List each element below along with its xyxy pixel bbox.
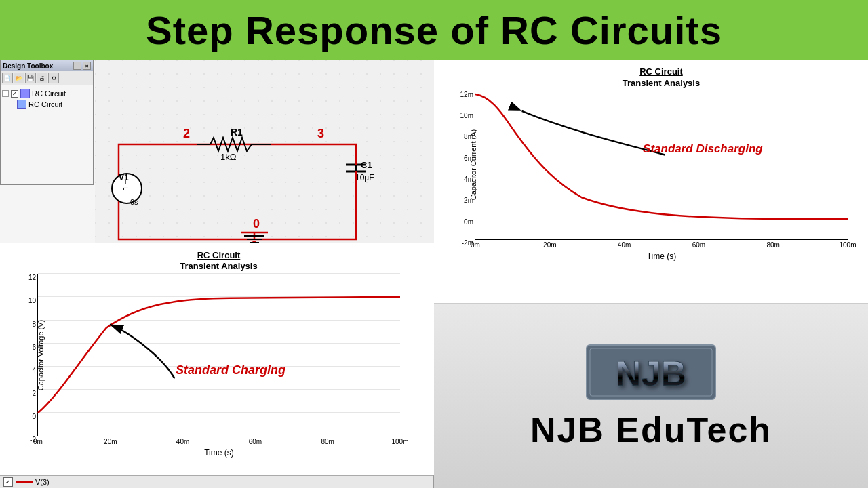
main-content: Design Toolbox _ × 📄 📂 💾 🖨 ⚙ -: [0, 60, 868, 488]
y-tick-0: 0: [32, 413, 38, 420]
dy-tick-8m: 8m: [464, 133, 475, 140]
tree-expand-icon[interactable]: -: [2, 90, 9, 97]
discharging-annotation: Standard Discharging: [643, 142, 763, 156]
svg-text:R1: R1: [231, 127, 243, 138]
tree-root-item[interactable]: - ✓ RC Circuit: [2, 88, 92, 99]
v3-color-line: [16, 481, 33, 483]
tree-folder-icon: [20, 89, 30, 98]
dx-tick-0m: 0m: [471, 239, 480, 249]
charging-graph: RC Circuit Transient Analysis Capacitor …: [0, 243, 434, 475]
dy-tick-0m: 0m: [464, 218, 475, 225]
new-icon[interactable]: 📄: [2, 73, 13, 83]
v3-checkbox[interactable]: ✓: [3, 477, 13, 487]
discharging-graph-title: RC Circuit Transient Analysis: [475, 66, 848, 89]
left-panel: Design Toolbox _ × 📄 📂 💾 🖨 ⚙ -: [0, 60, 434, 488]
main-title: Step Response of RC Circuits: [146, 7, 722, 53]
x-tick-0m: 0m: [33, 436, 43, 445]
dx-tick-40m: 40m: [618, 239, 631, 249]
close-button[interactable]: ×: [83, 62, 91, 70]
x-tick-20m: 20m: [104, 436, 117, 445]
tree-child-item[interactable]: RC Circuit: [17, 99, 92, 110]
charging-x-axis-label: Time (s): [204, 448, 234, 458]
svg-rect-1: [95, 60, 434, 249]
page-header: Step Response of RC Circuits: [0, 0, 868, 60]
toolbox-title: Design Toolbox: [3, 62, 53, 70]
discharging-graph-area: Capacitor Current (A) 12m 10m 8m 6m 4m 2…: [475, 91, 848, 240]
dy-tick-4m: 4m: [464, 175, 475, 182]
discharging-x-axis-label: Time (s): [647, 251, 677, 261]
settings-icon[interactable]: ⚙: [48, 73, 59, 83]
svg-text:2: 2: [183, 127, 190, 140]
dy-tick-10m: 10m: [460, 112, 475, 119]
toolbox-tree: - ✓ RC Circuit RC Circuit: [1, 85, 93, 113]
y-tick-8: 8: [32, 320, 38, 327]
tree-root-label: RC Circuit: [32, 89, 66, 98]
dy-tick-6m: 6m: [464, 154, 475, 161]
print-icon[interactable]: 🖨: [37, 73, 47, 83]
open-icon[interactable]: 📂: [14, 73, 24, 83]
x-tick-40m: 40m: [176, 436, 189, 445]
toolbox-titlebar: Design Toolbox _ ×: [1, 60, 93, 71]
svg-text:+: +: [123, 178, 127, 186]
x-tick-100m: 100m: [391, 436, 408, 445]
dy-tick-2m: 2m: [464, 197, 475, 204]
titlebar-buttons: _ ×: [73, 62, 91, 70]
save-icon[interactable]: 💾: [25, 73, 36, 83]
dx-tick-20m: 20m: [543, 239, 556, 249]
toolbox-toolbar: 📄 📂 💾 🖨 ⚙: [1, 71, 93, 85]
tree-child-icon: [17, 100, 26, 109]
dy-tick-12m: 12m: [460, 90, 475, 98]
discharging-graph: RC Circuit Transient Analysis Capacitor …: [434, 60, 868, 304]
x-tick-80m: 80m: [321, 436, 334, 445]
njb-panel: NJB NJB EduTech: [434, 304, 868, 488]
v3-label: V(3): [35, 478, 50, 486]
x-tick-60m: 60m: [249, 436, 262, 445]
tree-child-label: RC Circuit: [28, 100, 62, 108]
dx-tick-80m: 80m: [766, 239, 779, 249]
y-tick-12: 12: [28, 274, 38, 281]
minimize-button[interactable]: _: [73, 62, 81, 70]
svg-text:0: 0: [253, 217, 260, 230]
y-tick-10: 10: [28, 297, 38, 304]
svg-text:3: 3: [317, 127, 324, 140]
bottom-bar: ✓ V(3): [0, 475, 433, 488]
njb-logo: NJB: [583, 342, 719, 403]
charging-annotation: Standard Charging: [176, 363, 285, 378]
schematic-area: Design Toolbox _ × 📄 📂 💾 🖨 ⚙ -: [0, 60, 434, 243]
svg-text:NJB: NJB: [616, 354, 686, 393]
charging-graph-title: RC Circuit Transient Analysis: [37, 250, 400, 273]
charging-graph-area: Capacitor Voltage (V) 12 10 8 6 4 2 0 -2: [37, 274, 400, 436]
tree-checkbox[interactable]: ✓: [11, 90, 18, 98]
toolbox-window: Design Toolbox _ × 📄 📂 💾 🖨 ⚙ -: [0, 60, 94, 185]
y-tick-4: 4: [32, 366, 38, 373]
njb-brand-text: NJB EduTech: [530, 409, 772, 450]
right-panel: RC Circuit Transient Analysis Capacitor …: [434, 60, 868, 488]
y-tick-6: 6: [32, 343, 38, 350]
dx-tick-100m: 100m: [839, 239, 856, 249]
v3-indicator: V(3): [16, 478, 50, 486]
svg-text:0s: 0s: [130, 198, 138, 206]
svg-text:10μF: 10μF: [355, 173, 374, 182]
dx-tick-60m: 60m: [692, 239, 705, 249]
y-tick-2: 2: [32, 390, 38, 397]
svg-text:1kΩ: 1kΩ: [220, 152, 237, 162]
tree-child-container: RC Circuit: [17, 99, 92, 110]
